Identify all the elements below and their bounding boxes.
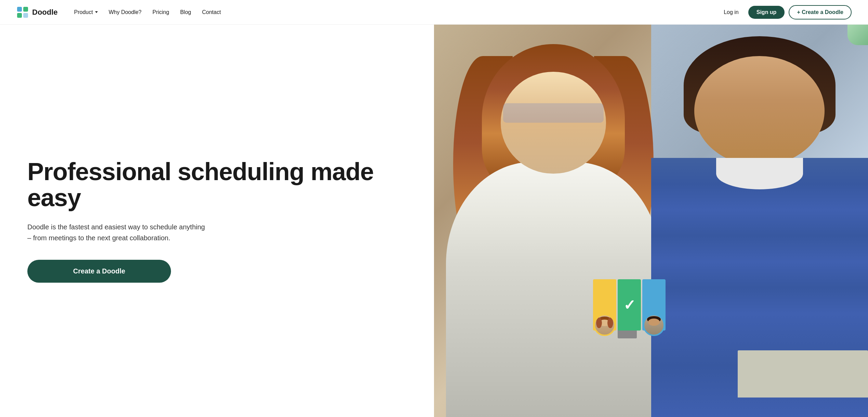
svg-rect-4 (23, 13, 28, 18)
nav-right: Log in Sign up + Create a Doodle (718, 5, 852, 19)
checkmark-icon: ✓ (623, 297, 635, 313)
nav-link-product[interactable]: Product (70, 6, 102, 18)
hero-left: Professional scheduling made easy Doodle… (0, 25, 434, 417)
nav-item-blog[interactable]: Blog (176, 6, 195, 18)
chevron-down-icon (95, 11, 98, 13)
schedule-col-green: ✓ (618, 279, 641, 331)
hero-right: ✓ (434, 25, 868, 417)
logo-text: Doodle (32, 8, 58, 17)
svg-rect-3 (17, 13, 22, 18)
signup-button[interactable]: Sign up (748, 6, 785, 19)
navbar: Doodle Product Why Doodle? Pricing (0, 0, 868, 25)
nav-item-product[interactable]: Product (70, 6, 102, 18)
hero-section: Professional scheduling made easy Doodle… (0, 25, 868, 417)
schedule-col-yellow (593, 279, 616, 331)
nav-link-pricing[interactable]: Pricing (148, 6, 173, 18)
nav-link-contact[interactable]: Contact (198, 6, 225, 18)
nav-item-why-doodle[interactable]: Why Doodle? (105, 6, 146, 18)
hero-heading: Professional scheduling made easy (27, 159, 418, 211)
create-doodle-hero-button[interactable]: Create a Doodle (27, 260, 171, 283)
login-button[interactable]: Log in (718, 6, 744, 18)
nav-item-pricing[interactable]: Pricing (148, 6, 173, 18)
svg-rect-2 (23, 7, 28, 12)
avatar-woman (594, 314, 616, 336)
bar-green: ✓ (618, 279, 641, 331)
svg-rect-1 (17, 7, 22, 12)
nav-link-why-doodle[interactable]: Why Doodle? (105, 6, 146, 18)
logo-link[interactable]: Doodle (16, 6, 58, 18)
nav-left: Doodle Product Why Doodle? Pricing (16, 6, 225, 18)
nav-links: Product Why Doodle? Pricing Blog (70, 6, 225, 18)
hero-subtext: Doodle is the fastest and easiest way to… (27, 221, 205, 243)
doodle-logo-icon (16, 6, 29, 18)
hero-photo-woman (434, 25, 673, 417)
create-doodle-nav-button[interactable]: + Create a Doodle (789, 5, 852, 19)
nav-item-contact[interactable]: Contact (198, 6, 225, 18)
nav-link-blog[interactable]: Blog (176, 6, 195, 18)
schedule-widget: ✓ (593, 279, 666, 331)
hero-photo-man (651, 25, 868, 417)
schedule-col-blue (642, 279, 666, 331)
avatar-man (643, 314, 665, 336)
